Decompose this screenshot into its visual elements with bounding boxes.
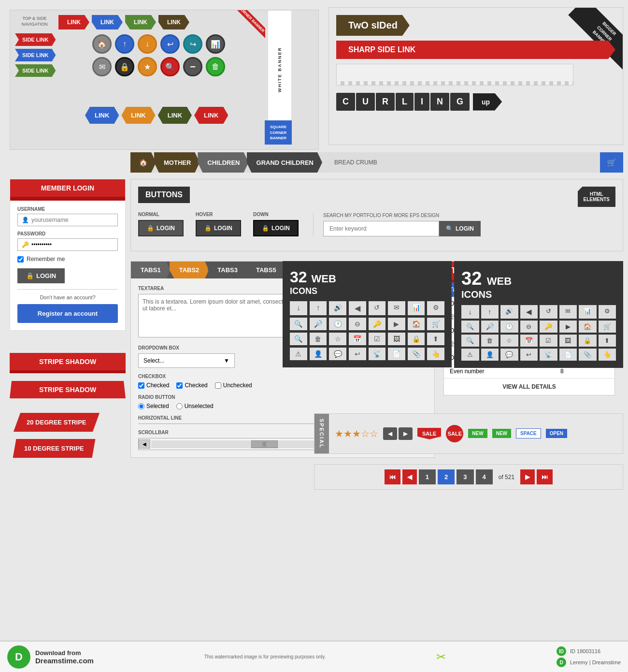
special-label: SPECIAL bbox=[314, 414, 329, 453]
login-button[interactable]: 🔒 LOGIN bbox=[17, 268, 65, 283]
grid-icon-25: ⚠ bbox=[461, 349, 479, 361]
icon-forward[interactable]: ↪ bbox=[183, 34, 202, 54]
username-input[interactable] bbox=[31, 217, 114, 223]
login-hover-btn[interactable]: 🔒 LOGIN bbox=[196, 220, 241, 236]
icon-back[interactable]: ↩ bbox=[160, 34, 180, 54]
checkbox-checked-1[interactable]: Checked bbox=[138, 382, 169, 389]
sale-badge-2: SALE bbox=[446, 425, 463, 442]
login-down-btn[interactable]: 🔒 LOGIN bbox=[253, 220, 299, 236]
scroll-left-arrow[interactable]: ◀ bbox=[139, 439, 150, 449]
tab-2[interactable]: TABS2 bbox=[170, 262, 209, 278]
curl-key-i: I bbox=[414, 93, 429, 111]
bc-mother[interactable]: MOTHER bbox=[154, 152, 200, 173]
grid-icon-6: ✉ bbox=[559, 305, 577, 319]
search-button[interactable]: 🔍 LOGIN bbox=[439, 221, 481, 236]
side-link-1[interactable]: SIDE LINK bbox=[15, 33, 56, 46]
view-all-btn[interactable]: VIEW ALL DETAILS bbox=[444, 378, 614, 395]
dreamstime-small-circle: ID bbox=[557, 646, 566, 656]
icon-lock[interactable]: 🔒 bbox=[115, 57, 134, 76]
side-link-3[interactable]: SIDE LINK bbox=[15, 64, 56, 77]
web-icons-panel: 32 WEB ICONS ↓ ↑ 🔊 ◀ ↺ ✉ 📊 ⚙ 🔍 🔎 🕐 ⊖ 🔑 ▶… bbox=[454, 261, 623, 368]
bc-cart-btn[interactable]: 🛒 bbox=[600, 152, 623, 173]
radio-selected[interactable]: Selected bbox=[138, 403, 169, 409]
login-normal-btn[interactable]: 🔒 LOGIN bbox=[138, 220, 184, 236]
link-btn-brown[interactable]: LINK bbox=[158, 15, 189, 29]
bc-children[interactable]: CHILDREN bbox=[198, 152, 248, 173]
tab-1[interactable]: TABS1 bbox=[131, 262, 171, 278]
icon-refresh: ↺ bbox=[369, 301, 386, 315]
icon-pointer: 👆 bbox=[427, 348, 444, 360]
icon-home[interactable]: 🏠 bbox=[92, 34, 112, 54]
curl-key-l: L bbox=[396, 93, 414, 111]
dropdown-field[interactable]: Select... ▼ bbox=[138, 353, 235, 368]
curling-section: C U R L I N G up bbox=[336, 93, 615, 111]
bot-link-orange[interactable]: LINK bbox=[121, 107, 155, 124]
icon-search[interactable]: 🔍 bbox=[160, 57, 180, 76]
stars-display: ★★★☆☆ bbox=[335, 428, 378, 439]
password-input-wrapper[interactable]: 🔑 bbox=[17, 238, 118, 251]
grid-icon-26: 👤 bbox=[481, 349, 499, 361]
page-btn-3[interactable]: 3 bbox=[457, 469, 473, 484]
white-banner-label: WHITE BANNER bbox=[277, 47, 282, 92]
checkbox-unchecked[interactable]: Unchecked bbox=[215, 382, 252, 389]
curl-key-r: R bbox=[376, 93, 395, 111]
grid-icon-24: ⬆ bbox=[599, 335, 616, 347]
bc-grandchildren[interactable]: GRAND CHILDREN bbox=[247, 152, 322, 173]
page-last-btn[interactable]: ⏭ bbox=[537, 469, 553, 484]
bot-link-darkgreen[interactable]: LINK bbox=[158, 107, 192, 124]
icon-trash[interactable]: 🗑 bbox=[206, 57, 225, 76]
tab-3[interactable]: TABS3 bbox=[208, 262, 247, 278]
key-icon: 🔑 bbox=[22, 241, 29, 248]
username-input-wrapper[interactable]: 👤 bbox=[17, 214, 118, 226]
page-next-btn[interactable]: ▶ bbox=[520, 469, 535, 484]
page-prev-btn[interactable]: ◀ bbox=[402, 469, 417, 484]
page-btn-2[interactable]: 2 bbox=[438, 469, 455, 484]
icon-up[interactable]: ↑ bbox=[115, 34, 134, 54]
bot-link-red[interactable]: LINK bbox=[194, 107, 228, 124]
grid-icon-4: ◀ bbox=[520, 305, 538, 319]
image-id: ID 18003116 bbox=[570, 648, 600, 654]
grid-icon-16: 🛒 bbox=[599, 321, 616, 333]
radio-label: RADIO BUTTON bbox=[138, 394, 427, 400]
scroll-thumb[interactable]: ||| bbox=[251, 440, 278, 448]
two-sided-banner: TwO sIDed bbox=[336, 15, 410, 36]
bigger-corner-label: BIGGERCORNERBANNER bbox=[569, 8, 623, 70]
grid-icon-32: 👆 bbox=[599, 349, 616, 361]
icon-email[interactable]: ✉ bbox=[92, 57, 112, 76]
footer-id-info: ID ID 18003116 D Leremy | Dreamstime bbox=[557, 646, 621, 667]
icon-down[interactable]: ↓ bbox=[138, 34, 157, 54]
icon-star[interactable]: ★ bbox=[138, 57, 157, 76]
link-btn-blue[interactable]: LINK bbox=[92, 15, 123, 29]
checkbox-row: Checked Checked Unchecked bbox=[138, 382, 427, 389]
link-btn-green[interactable]: LINK bbox=[125, 15, 156, 29]
icons-display-grid: ↓ ↑ 🔊 ◀ ↺ ✉ 📊 ⚙ 🔍 🔎 🕐 ⊖ 🔑 ▶ 🏠 🛒 🔍 🗑 ☆ 📅 … bbox=[461, 305, 616, 361]
sharp-side-link[interactable]: SHARP SIDE LINK bbox=[336, 41, 615, 59]
bot-link-blue[interactable]: LINK bbox=[85, 107, 119, 124]
side-link-2[interactable]: SIDE LINK bbox=[15, 49, 56, 61]
checkbox-checked-2[interactable]: Checked bbox=[176, 382, 207, 389]
icon-minus[interactable]: − bbox=[183, 57, 202, 76]
web-icons-word: WEB bbox=[487, 275, 512, 287]
remember-checkbox[interactable] bbox=[17, 256, 24, 263]
domain-text: Dreamstime.com bbox=[35, 657, 94, 665]
next-btn[interactable]: ▶ bbox=[399, 427, 413, 440]
tab-5[interactable]: TABS5 bbox=[246, 262, 286, 278]
icon-clock: 🕐 bbox=[329, 318, 346, 330]
page-btn-1[interactable]: 1 bbox=[419, 469, 436, 484]
grid-icon-18: 🗑 bbox=[481, 335, 499, 347]
stripe-shadow-1: STRIPE SHADOW bbox=[10, 353, 126, 370]
grid-icon-30: 📄 bbox=[559, 349, 577, 361]
search-input[interactable] bbox=[323, 221, 439, 236]
password-input[interactable] bbox=[31, 241, 114, 248]
page-first-btn[interactable]: ⏮ bbox=[385, 469, 400, 484]
radio-unselected[interactable]: Unselected bbox=[176, 403, 214, 409]
page-btn-4[interactable]: 4 bbox=[476, 469, 493, 484]
grid-icon-15: 🏠 bbox=[579, 321, 597, 333]
right-top-section: TwO sIDed BIGGERCORNERBANNER SHARP SIDE … bbox=[328, 7, 623, 145]
grid-icon-10: 🔎 bbox=[481, 321, 499, 333]
link-btn-red[interactable]: LINK bbox=[58, 15, 89, 29]
prev-btn[interactable]: ◀ bbox=[383, 427, 397, 440]
lock-icon: 🔒 bbox=[26, 272, 34, 279]
bc-home-btn[interactable]: 🏠 bbox=[130, 152, 156, 173]
register-button[interactable]: Register an account bbox=[17, 304, 118, 323]
